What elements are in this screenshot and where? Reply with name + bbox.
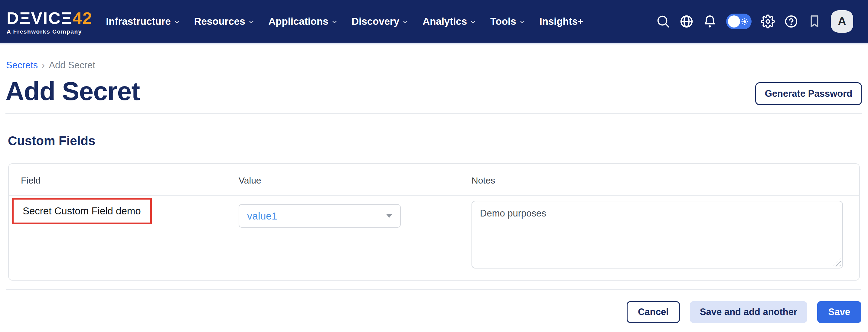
chevron-down-icon xyxy=(248,19,255,25)
help-icon[interactable] xyxy=(784,14,798,28)
value-select[interactable]: value1 xyxy=(239,204,401,228)
annotation-red-box: Secret Custom Field demo xyxy=(12,198,152,224)
primary-nav: Infrastructure Resources Applications Di… xyxy=(106,16,583,27)
title-divider xyxy=(5,113,862,114)
caret-down-icon xyxy=(386,214,392,218)
page-title: Add Secret xyxy=(5,76,140,106)
chevron-down-icon xyxy=(519,19,526,25)
nav-item-resources[interactable]: Resources xyxy=(194,16,255,27)
save-button[interactable]: Save xyxy=(817,301,861,323)
nav-item-discovery[interactable]: Discovery xyxy=(352,16,409,27)
notifications-bell-icon[interactable] xyxy=(703,14,717,28)
header-divider xyxy=(9,195,859,196)
breadcrumb-separator: › xyxy=(42,60,45,71)
toggle-knob xyxy=(728,15,740,28)
avatar[interactable]: A xyxy=(831,10,853,33)
generate-password-button[interactable]: Generate Password xyxy=(755,82,862,105)
chevron-down-icon xyxy=(174,19,180,25)
chevron-down-icon xyxy=(402,19,409,25)
theme-toggle[interactable] xyxy=(726,13,751,29)
nav-item-tools[interactable]: Tools xyxy=(490,16,526,27)
nav-item-label: Discovery xyxy=(352,16,400,27)
avatar-initial: A xyxy=(838,15,846,28)
select-selected-value: value1 xyxy=(247,210,277,222)
nav-item-label: Insights+ xyxy=(539,16,584,27)
column-header-field: Field xyxy=(21,175,40,186)
nav-item-label: Resources xyxy=(194,16,245,27)
nav-item-label: Infrastructure xyxy=(106,16,171,27)
globe-icon[interactable] xyxy=(680,14,693,28)
chevron-down-icon xyxy=(331,19,338,25)
navbar-actions: A xyxy=(656,10,868,33)
settings-gear-icon[interactable] xyxy=(761,14,775,28)
logo-tagline: A Freshworks Company xyxy=(7,28,93,35)
navbar-accent-strip xyxy=(0,43,868,44)
save-and-add-another-button[interactable]: Save and add another xyxy=(690,301,807,323)
top-navbar: DΞVICΞ42 A Freshworks Company Infrastruc… xyxy=(0,0,868,43)
logo-text: DΞVICΞ xyxy=(7,8,72,28)
nav-item-label: Applications xyxy=(269,16,329,27)
column-header-notes: Notes xyxy=(471,175,495,186)
device42-logo[interactable]: DΞVICΞ42 A Freshworks Company xyxy=(7,10,93,35)
custom-fields-heading: Custom Fields xyxy=(8,134,95,148)
bottom-divider xyxy=(6,289,861,290)
breadcrumb-secrets-link[interactable]: Secrets xyxy=(6,60,38,71)
custom-field-name: Secret Custom Field demo xyxy=(23,205,141,217)
sun-icon xyxy=(743,20,746,23)
form-actions: Cancel Save and add another Save xyxy=(627,301,861,323)
breadcrumb-current: Add Secret xyxy=(49,60,95,71)
custom-fields-card: Field Value Notes Secret Custom Field de… xyxy=(8,163,860,280)
logo-accent-42: 42 xyxy=(72,8,93,28)
nav-item-infrastructure[interactable]: Infrastructure xyxy=(106,16,180,27)
nav-item-label: Analytics xyxy=(423,16,467,27)
breadcrumb: Secrets › Add Secret xyxy=(6,60,95,71)
cancel-button[interactable]: Cancel xyxy=(627,301,680,323)
nav-item-label: Tools xyxy=(490,16,516,27)
logo-brand: DΞVICΞ42 xyxy=(7,10,93,27)
notes-field-wrap: Demo purposes xyxy=(471,201,843,268)
nav-item-insights[interactable]: Insights+ xyxy=(539,16,584,27)
nav-item-applications[interactable]: Applications xyxy=(269,16,338,27)
column-header-value: Value xyxy=(239,175,261,186)
chevron-down-icon xyxy=(470,19,476,25)
search-icon[interactable] xyxy=(656,14,670,28)
nav-item-analytics[interactable]: Analytics xyxy=(423,16,476,27)
notes-textarea[interactable]: Demo purposes xyxy=(471,201,843,268)
bookmark-icon[interactable] xyxy=(807,14,822,28)
